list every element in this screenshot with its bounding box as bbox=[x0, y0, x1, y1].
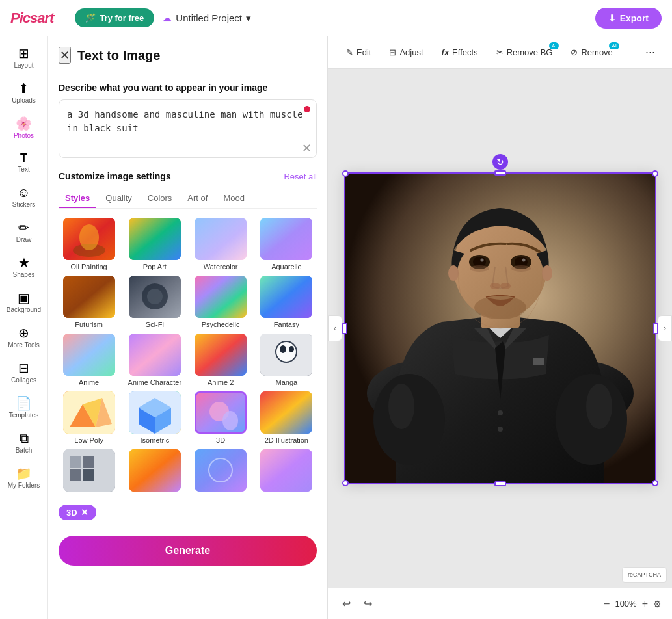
export-label: Export bbox=[620, 13, 649, 23]
style-thumb-watercolor bbox=[195, 218, 247, 260]
style-psychedelic[interactable]: Psychedelic bbox=[191, 276, 251, 328]
remove-bg-button[interactable]: ✂ Remove BG AI bbox=[489, 44, 561, 61]
style-aquarelle[interactable]: Aquarelle bbox=[256, 218, 317, 270]
remove-button[interactable]: ⊘ Remove AI bbox=[563, 44, 620, 61]
remove-icon: ⊘ bbox=[571, 47, 578, 57]
style-2d-illustration[interactable]: 2D Illustration bbox=[256, 391, 317, 444]
style-r4[interactable] bbox=[256, 449, 317, 494]
batch-icon: ⧉ bbox=[20, 432, 29, 445]
sidebar-item-collages[interactable]: ⊟ Collages bbox=[3, 356, 45, 389]
stickers-icon: ☺ bbox=[17, 186, 30, 199]
draw-icon: ✏ bbox=[18, 221, 29, 234]
sidebar-label-my-folders: My Folders bbox=[8, 482, 40, 489]
zoom-level: 100% bbox=[615, 599, 636, 609]
prompt-input[interactable]: a 3d handsome and masculine man with mus… bbox=[59, 99, 317, 158]
templates-icon: 📄 bbox=[16, 397, 32, 410]
tag-label: 3D bbox=[66, 508, 77, 518]
adjust-button[interactable]: ⊟ Adjust bbox=[381, 44, 431, 61]
remove-badge: AI bbox=[609, 42, 619, 49]
main-area: ⊞ Layout ⬆ Uploads 🌸 Photos T Text ☺ Sti… bbox=[0, 36, 672, 619]
remove-bg-icon: ✂ bbox=[496, 47, 504, 57]
export-button[interactable]: ⬇ Export bbox=[595, 8, 662, 29]
wand-icon: 🪄 bbox=[85, 13, 96, 23]
svg-rect-31 bbox=[260, 391, 312, 434]
rotate-handle[interactable]: ↻ bbox=[492, 154, 508, 170]
prompt-clear-button[interactable]: ✕ bbox=[302, 141, 312, 155]
sidebar-item-layout[interactable]: ⊞ Layout bbox=[3, 42, 45, 74]
style-label-low-poly: Low Poly bbox=[74, 436, 103, 444]
style-isometric[interactable]: Isometric bbox=[124, 391, 185, 444]
sidebar-item-more-tools[interactable]: ⊕ More Tools bbox=[3, 321, 45, 354]
sidebar-item-batch[interactable]: ⧉ Batch bbox=[3, 427, 45, 459]
effects-button[interactable]: fx Effects bbox=[434, 44, 486, 61]
zoom-out-button[interactable]: − bbox=[604, 598, 610, 610]
style-label-isometric: Isometric bbox=[141, 436, 170, 444]
upload-icon: ⬆ bbox=[18, 82, 29, 95]
style-thumb-oil-painting bbox=[63, 218, 115, 260]
undo-button[interactable]: ↩ bbox=[338, 595, 355, 612]
sidebar-item-draw[interactable]: ✏ Draw bbox=[3, 216, 45, 248]
style-r3[interactable] bbox=[191, 449, 251, 494]
sidebar-item-background[interactable]: ▣ Background bbox=[3, 286, 45, 319]
sidebar-item-templates[interactable]: 📄 Templates bbox=[3, 391, 45, 424]
style-low-poly[interactable]: Low Poly bbox=[59, 391, 119, 444]
sidebar-item-stickers[interactable]: ☺ Stickers bbox=[3, 181, 45, 213]
style-label-2d-illustration: 2D Illustration bbox=[265, 436, 308, 444]
style-sci-fi[interactable]: Sci-Fi bbox=[124, 276, 185, 328]
style-watercolor[interactable]: Watercolor bbox=[191, 218, 251, 270]
style-anime[interactable]: Anime bbox=[59, 334, 119, 386]
sidebar-label-templates: Templates bbox=[9, 412, 39, 419]
sidebar-item-text[interactable]: T Text bbox=[3, 147, 45, 178]
style-thumb-psychedelic bbox=[195, 276, 247, 318]
panel-collapse-left[interactable]: ‹ bbox=[328, 315, 342, 341]
svg-rect-45 bbox=[533, 358, 544, 365]
panel-close-button[interactable]: ✕ bbox=[59, 47, 71, 64]
style-anime-character[interactable]: Anime Character bbox=[124, 334, 185, 386]
toolbar-more-button[interactable]: ··· bbox=[639, 42, 662, 63]
try-free-button[interactable]: 🪄 Try for free bbox=[75, 8, 154, 27]
canvas-toolbar: ✎ Edit ⊟ Adjust fx Effects ✂ Remove BG A… bbox=[328, 36, 672, 69]
zoom-in-button[interactable]: + bbox=[642, 598, 648, 610]
style-r2[interactable] bbox=[124, 449, 185, 494]
style-anime-2[interactable]: Anime 2 bbox=[191, 334, 251, 386]
style-thumb-isometric bbox=[129, 391, 181, 434]
sidebar-item-uploads[interactable]: ⬆ Uploads bbox=[3, 77, 45, 109]
style-pop-art[interactable]: Pop Art bbox=[124, 218, 185, 270]
selected-style-tag[interactable]: 3D ✕ bbox=[59, 505, 96, 520]
tab-quality[interactable]: Quality bbox=[99, 189, 138, 208]
style-futurism[interactable]: Futurism bbox=[59, 276, 119, 328]
project-title[interactable]: ☁ Untitled Project ▾ bbox=[162, 12, 251, 24]
style-fantasy[interactable]: Fantasy bbox=[256, 276, 317, 328]
style-thumb-3d bbox=[195, 391, 247, 434]
panel-collapse-right[interactable]: › bbox=[658, 315, 672, 341]
style-oil-painting[interactable]: Oil Painting bbox=[59, 218, 119, 270]
tab-colors[interactable]: Colors bbox=[141, 189, 179, 208]
canvas-workspace[interactable]: ‹ bbox=[328, 69, 672, 588]
tab-styles[interactable]: Styles bbox=[59, 189, 96, 208]
reset-all-button[interactable]: Reset all bbox=[284, 172, 317, 181]
customize-title: Customize image settings bbox=[59, 171, 171, 181]
project-title-text: Untitled Project bbox=[176, 12, 242, 23]
svg-point-9 bbox=[147, 289, 163, 304]
sidebar-item-photos[interactable]: 🌸 Photos bbox=[3, 112, 45, 144]
style-label-oil-painting: Oil Painting bbox=[70, 263, 107, 270]
style-3d[interactable]: 3D bbox=[191, 391, 251, 444]
svg-rect-4 bbox=[195, 218, 247, 260]
style-thumb-r3 bbox=[195, 449, 247, 492]
panel-title: Text to Image bbox=[77, 48, 160, 63]
generate-button[interactable]: Generate bbox=[59, 536, 317, 566]
redo-button[interactable]: ↪ bbox=[360, 595, 376, 612]
tag-remove-button[interactable]: ✕ bbox=[81, 507, 88, 518]
sidebar: ⊞ Layout ⬆ Uploads 🌸 Photos T Text ☺ Sti… bbox=[0, 36, 48, 619]
tab-art-of[interactable]: Art of bbox=[181, 189, 214, 208]
sidebar-item-my-folders[interactable]: 📁 My Folders bbox=[3, 462, 45, 494]
edit-button[interactable]: ✎ Edit bbox=[338, 44, 379, 61]
style-manga[interactable]: Manga bbox=[256, 334, 317, 386]
svg-point-59 bbox=[522, 259, 525, 262]
style-r1[interactable] bbox=[59, 449, 119, 494]
style-thumb-anime bbox=[63, 334, 115, 376]
style-tabs: Styles Quality Colors Art of Mood bbox=[59, 189, 317, 209]
zoom-settings-button[interactable]: ⚙ bbox=[653, 599, 662, 609]
sidebar-item-shapes[interactable]: ★ Shapes bbox=[3, 251, 45, 283]
tab-mood[interactable]: Mood bbox=[217, 189, 251, 208]
